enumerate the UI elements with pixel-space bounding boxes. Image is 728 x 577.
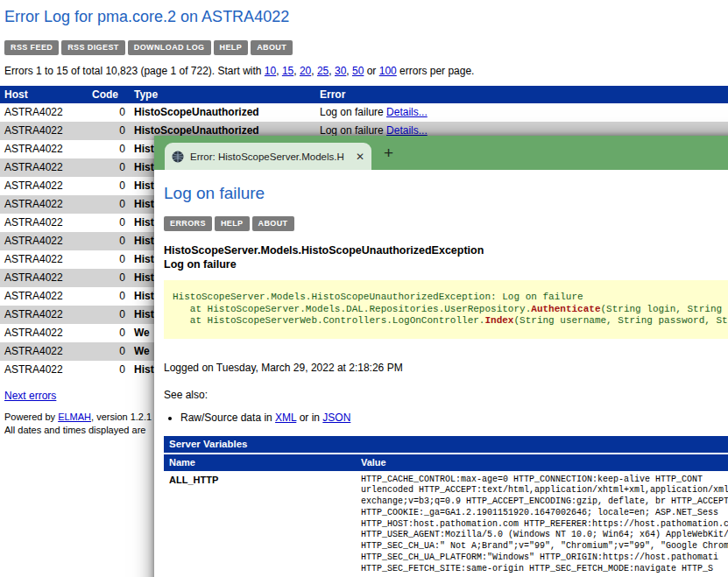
stack-text: at HistoScopeServer.Models.DAL.Repositor…: [173, 304, 531, 314]
code-cell: 0: [88, 342, 130, 361]
stack-text: (String login, String: [601, 304, 728, 314]
code-cell: 0: [88, 177, 130, 195]
error-row: ASTRA40220HistoScopeUnauthorizedLog on f…: [0, 103, 728, 122]
host-cell: ASTRA4022: [0, 287, 88, 306]
code-cell: 0: [88, 306, 130, 324]
stack-line: at HistoScopeServerWeb.Controllers.LogOn…: [173, 315, 728, 327]
host-cell: ASTRA4022: [0, 214, 88, 232]
text-part: Powered by: [4, 412, 58, 422]
see-also-list: Raw/Source data in XML or in JSON: [180, 412, 728, 424]
see-also-label: See also:: [164, 389, 728, 401]
raw-source-item: Raw/Source data in XML or in JSON: [180, 412, 728, 424]
browser-tab[interactable]: Error: HistoScopeServer.Models.H ✕: [165, 143, 371, 170]
stack-line: HistoScopeServer.Models.HistoScopeUnauth…: [173, 292, 728, 304]
detail-toolbar: ERRORSHELPABOUT: [164, 214, 728, 231]
server-variables-header-row: Name Value: [164, 454, 728, 471]
link-20[interactable]: 20: [300, 65, 311, 77]
next-errors-link[interactable]: Next errors: [4, 390, 56, 402]
host-cell: ASTRA4022: [0, 177, 88, 195]
server-variables-section: Server Variables Name Value ALL_HTTP HTT…: [164, 436, 728, 577]
error-column-header: Error: [315, 86, 728, 103]
text-part: , version 1.2.1: [91, 412, 152, 422]
text-part: ,: [329, 65, 335, 77]
text-part: errors per page.: [397, 65, 475, 77]
details-link[interactable]: Details...: [386, 106, 428, 118]
code-cell: 0: [88, 250, 130, 269]
details-link[interactable]: Details...: [386, 124, 428, 137]
link-100[interactable]: 100: [379, 65, 397, 77]
link-25[interactable]: 25: [317, 65, 329, 77]
button-download-log[interactable]: DOWNLOAD LOG: [128, 40, 211, 55]
button-about[interactable]: ABOUT: [252, 216, 294, 231]
code-cell: 0: [88, 214, 130, 232]
text-part: ,: [293, 65, 300, 77]
code-cell: 0: [88, 158, 130, 177]
button-help[interactable]: HELP: [214, 40, 249, 55]
host-cell: ASTRA4022: [0, 342, 88, 361]
stack-text: (String username, String password, St: [513, 315, 727, 326]
stack-line: at HistoScopeServer.Models.DAL.Repositor…: [173, 304, 728, 316]
exception-message: Log on failure: [164, 257, 728, 271]
button-about[interactable]: ABOUT: [251, 40, 293, 55]
code-cell: 0: [88, 361, 130, 379]
stack-text: at HistoScopeServerWeb.Controllers.LogOn…: [173, 315, 484, 326]
sv-name: ALL_HTTP: [164, 471, 356, 577]
logged-on-text: Logged on Tuesday, March 29, 2022 at 2:1…: [164, 362, 728, 374]
link-xml[interactable]: XML: [275, 412, 296, 424]
error-message: Log on failure: [320, 106, 386, 118]
type-cell: HistoScopeUnauthorized: [130, 103, 315, 122]
link-15[interactable]: 15: [282, 65, 293, 77]
host-cell: ASTRA4022: [0, 250, 88, 269]
link-10[interactable]: 10: [265, 65, 276, 77]
link-50[interactable]: 50: [352, 65, 364, 77]
stack-method-name: Authenticate: [531, 304, 600, 314]
new-tab-button[interactable]: +: [384, 144, 393, 161]
host-column-header: Host: [0, 86, 88, 103]
code-cell: 0: [88, 287, 130, 306]
pagination-summary: Errors 1 to 15 of total 10,823 (page 1 o…: [4, 65, 728, 77]
button-rss-digest[interactable]: RSS DIGEST: [61, 40, 125, 55]
type-column-header: Type: [130, 86, 315, 103]
error-message: Log on failure: [320, 124, 386, 137]
host-cell: ASTRA4022: [0, 103, 88, 122]
text-part: or: [364, 65, 378, 77]
code-cell: 0: [88, 269, 130, 287]
exception-type: HistoScopeServer.Models.HistoScopeUnauth…: [164, 243, 728, 257]
code-cell: 0: [88, 195, 130, 214]
host-cell: ASTRA4022: [0, 122, 88, 140]
text-part: Raw/Source data in: [180, 412, 275, 424]
error-detail-window: Error: HistoScopeServer.Models.H ✕ + Log…: [154, 136, 728, 577]
text-part: ,: [311, 65, 317, 77]
button-help[interactable]: HELP: [215, 216, 250, 231]
code-cell: 0: [88, 140, 130, 158]
text-part: ,: [276, 65, 282, 77]
code-cell: 0: [88, 324, 130, 342]
error-detail-title: Log on failure: [163, 170, 728, 203]
link-30[interactable]: 30: [335, 65, 346, 77]
button-rss-feed[interactable]: RSS FEED: [4, 40, 59, 55]
host-cell: ASTRA4022: [0, 158, 88, 177]
host-cell: ASTRA4022: [0, 140, 88, 158]
button-errors[interactable]: ERRORS: [164, 216, 212, 231]
text-part: Errors 1 to 15 of total 10,823 (page 1 o…: [4, 65, 265, 77]
main-toolbar: RSS FEEDRSS DIGESTDOWNLOAD LOGHELPABOUT: [4, 38, 728, 55]
text-part: ,: [346, 65, 352, 77]
table-header-row: Host Code Type Error: [0, 86, 728, 103]
link-elmah[interactable]: ELMAH: [58, 412, 91, 422]
host-cell: ASTRA4022: [0, 269, 88, 287]
error-detail-content: Log on failure ERRORSHELPABOUT HistoScop…: [154, 170, 728, 577]
code-cell: 0: [88, 103, 130, 122]
code-column-header: Code: [88, 86, 130, 103]
sv-value-header: Value: [356, 454, 728, 471]
server-variable-row: ALL_HTTP HTTP_CACHE_CONTROL:max-age=0 HT…: [164, 471, 728, 577]
host-cell: ASTRA4022: [0, 232, 88, 250]
host-cell: ASTRA4022: [0, 195, 88, 214]
sv-name-header: Name: [164, 454, 356, 471]
stack-text: HistoScopeServer.Models.HistoScopeUnauth…: [173, 292, 583, 302]
sv-value: HTTP_CACHE_CONTROL:max-age=0 HTTP_CONNEC…: [356, 471, 728, 577]
host-cell: ASTRA4022: [0, 306, 88, 324]
error-cell: Log on failure Details...: [315, 103, 728, 122]
tab-close-icon[interactable]: ✕: [356, 151, 364, 163]
code-cell: 0: [88, 122, 130, 140]
link-json[interactable]: JSON: [322, 412, 350, 424]
